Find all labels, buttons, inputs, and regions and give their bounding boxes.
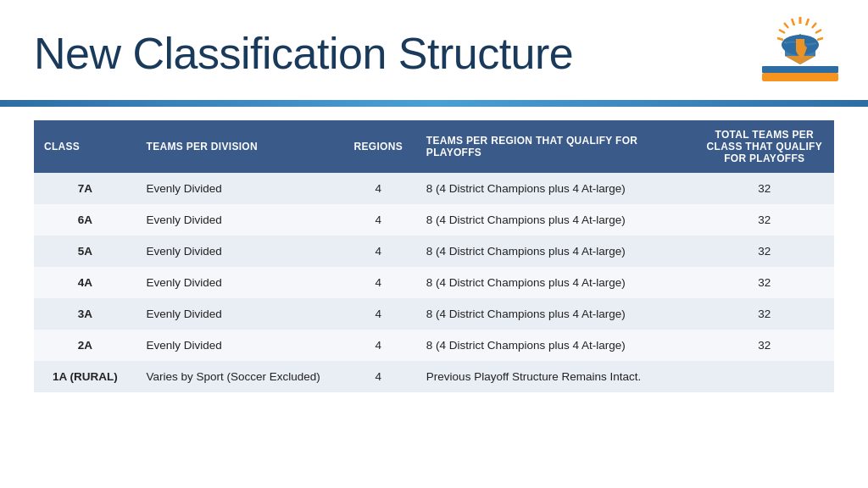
col-header-teams: TEAMS PER DIVISION — [136, 120, 341, 173]
cell-qualify: 8 (4 District Champions plus 4 At-large) — [416, 330, 695, 361]
table-row: 5AEvenly Divided48 (4 District Champions… — [34, 236, 834, 267]
col-header-total: TOTAL TEAMS PER CLASS THAT QUALIFY FOR P… — [695, 120, 834, 173]
cell-qualify: Previous Playoff Structure Remains Intac… — [416, 361, 695, 392]
table-row: 1A (RURAL)Varies by Sport (Soccer Exclud… — [34, 361, 834, 392]
table-row: 7AEvenly Divided48 (4 District Champions… — [34, 173, 834, 204]
cell-qualify: 8 (4 District Champions plus 4 At-large) — [416, 173, 695, 204]
cell-teams: Evenly Divided — [136, 298, 341, 330]
svg-line-7 — [817, 38, 823, 40]
svg-line-5 — [784, 23, 788, 28]
cell-total: 32 — [695, 204, 834, 236]
cell-total: 32 — [695, 267, 834, 298]
cell-total: 32 — [695, 298, 834, 330]
cell-class: 3A — [34, 298, 136, 330]
svg-rect-13 — [762, 66, 838, 73]
cell-class: 6A — [34, 204, 136, 236]
svg-line-4 — [792, 19, 794, 25]
table-container: CLASS TEAMS PER DIVISION REGIONS TEAMS P… — [0, 107, 868, 401]
logo — [758, 15, 843, 92]
cell-total: 32 — [695, 330, 834, 361]
page: New Classification Structure — [0, 0, 868, 488]
table-row: 4AEvenly Divided48 (4 District Champions… — [34, 267, 834, 298]
cell-total: 32 — [695, 173, 834, 204]
cell-teams: Evenly Divided — [136, 204, 341, 236]
cell-regions: 4 — [341, 173, 416, 204]
cell-regions: 4 — [341, 330, 416, 361]
table-row: 3AEvenly Divided48 (4 District Champions… — [34, 298, 834, 330]
cell-qualify: 8 (4 District Champions plus 4 At-large) — [416, 204, 695, 236]
cell-regions: 4 — [341, 298, 416, 330]
svg-line-8 — [777, 38, 783, 40]
cell-total — [695, 361, 834, 392]
table-row: 6AEvenly Divided48 (4 District Champions… — [34, 204, 834, 236]
cell-class: 7A — [34, 173, 136, 204]
cell-qualify: 8 (4 District Champions plus 4 At-large) — [416, 236, 695, 267]
svg-rect-12 — [762, 73, 838, 81]
cell-regions: 4 — [341, 204, 416, 236]
cell-regions: 4 — [341, 361, 416, 392]
cell-total: 32 — [695, 236, 834, 267]
cell-regions: 4 — [341, 267, 416, 298]
cell-qualify: 8 (4 District Champions plus 4 At-large) — [416, 267, 695, 298]
classification-table: CLASS TEAMS PER DIVISION REGIONS TEAMS P… — [34, 120, 834, 392]
logo-icon — [758, 15, 843, 92]
table-header-row: CLASS TEAMS PER DIVISION REGIONS TEAMS P… — [34, 120, 834, 173]
col-header-qualify: TEAMS PER REGION THAT QUALIFY FOR PLAYOF… — [416, 120, 695, 173]
cell-teams: Evenly Divided — [136, 236, 341, 267]
cell-class: 2A — [34, 330, 136, 361]
cell-class: 4A — [34, 267, 136, 298]
cell-regions: 4 — [341, 236, 416, 267]
col-header-regions: REGIONS — [341, 120, 416, 173]
cell-teams: Evenly Divided — [136, 267, 341, 298]
col-header-class: CLASS — [34, 120, 136, 173]
svg-marker-11 — [785, 56, 815, 64]
page-title: New Classification Structure — [34, 28, 573, 79]
svg-line-3 — [815, 30, 821, 33]
svg-line-1 — [806, 19, 809, 25]
cell-class: 1A (RURAL) — [34, 361, 136, 392]
accent-bar — [0, 100, 868, 107]
table-row: 2AEvenly Divided48 (4 District Champions… — [34, 330, 834, 361]
cell-class: 5A — [34, 236, 136, 267]
cell-teams: Varies by Sport (Soccer Excluded) — [136, 361, 341, 392]
svg-line-6 — [779, 30, 785, 33]
cell-qualify: 8 (4 District Champions plus 4 At-large) — [416, 298, 695, 330]
svg-line-2 — [812, 23, 816, 28]
cell-teams: Evenly Divided — [136, 173, 341, 204]
cell-teams: Evenly Divided — [136, 330, 341, 361]
header: New Classification Structure — [0, 0, 868, 100]
